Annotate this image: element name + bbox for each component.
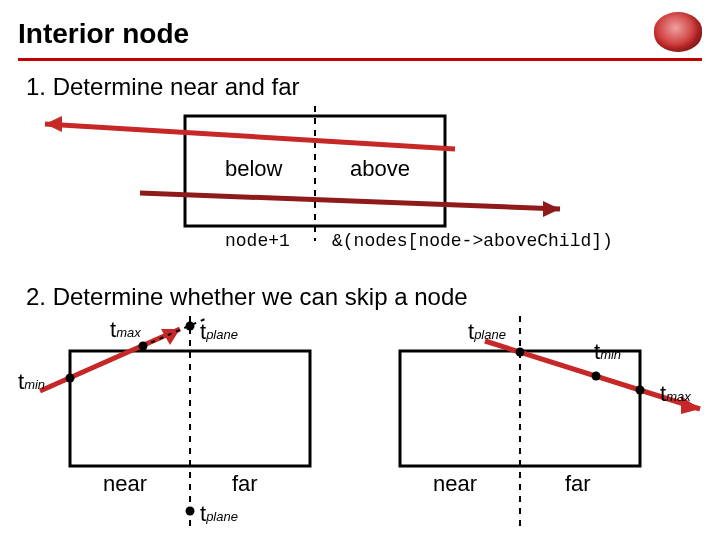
diagram-2: tmax tmin tplane tplane near far tplane … [0, 311, 720, 540]
svg-point-14 [186, 507, 195, 516]
label-tplane-left-top: tplane [200, 319, 238, 345]
title-rule [18, 58, 702, 61]
svg-point-21 [636, 386, 645, 395]
label-tplane-right: tplane [468, 319, 506, 345]
label-tmin-left: tmin [18, 369, 45, 395]
teapot-logo [654, 12, 702, 52]
svg-point-20 [592, 372, 601, 381]
svg-marker-5 [543, 201, 560, 217]
page-title: Interior node [0, 0, 720, 58]
svg-point-10 [66, 374, 75, 383]
label-tmax-left: tmax [110, 317, 141, 343]
label-far-left: far [232, 471, 258, 497]
label-above: above [350, 156, 410, 182]
label-tplane-left-bottom: tplane [200, 501, 238, 527]
code-left: node+1 [225, 231, 290, 251]
step-1: 1. Determine near and far [0, 73, 720, 101]
label-below: below [225, 156, 282, 182]
label-near-left: near [103, 471, 147, 497]
label-far-right: far [565, 471, 591, 497]
label-near-right: near [433, 471, 477, 497]
label-tmin-right: tmin [594, 339, 621, 365]
svg-line-4 [140, 193, 560, 209]
code-right: &(nodes[node->aboveChild]) [332, 231, 613, 251]
svg-marker-3 [45, 116, 62, 132]
svg-point-19 [516, 348, 525, 357]
label-tmax-right: tmax [660, 381, 691, 407]
step-2: 2. Determine whether we can skip a node [0, 283, 720, 311]
diagram-1: below above node+1 &(nodes[node->aboveCh… [0, 101, 720, 271]
svg-line-2 [45, 124, 455, 149]
